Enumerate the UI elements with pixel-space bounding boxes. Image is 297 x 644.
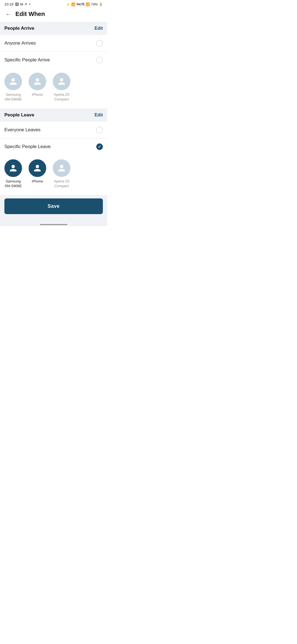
arrive-device-3[interactable]: Xperia Z5Compact xyxy=(53,73,70,102)
home-bar xyxy=(40,224,67,225)
specific-people-leave-label: Specific People Leave xyxy=(4,144,51,149)
specific-people-arrive-item: Specific People Arrive xyxy=(0,52,107,68)
leave-avatar-2 xyxy=(29,159,46,177)
person-icon-leave-2 xyxy=(33,164,42,172)
people-leave-avatars: SamsungSM-S906E iPhone Xperia Z5Compact xyxy=(0,155,107,195)
battery-icon: 🔋 xyxy=(99,2,103,6)
bluetooth-icon: ⚡ xyxy=(66,2,70,6)
back-button[interactable]: ← xyxy=(4,10,12,18)
status-right: ⚡ 📶 VoLTE 📶 74% 🔋 xyxy=(66,2,103,6)
everyone-leaves-label: Everyone Leaves xyxy=(4,127,40,133)
leave-device-label-2: iPhone xyxy=(32,179,43,184)
top-nav: ← Edit When xyxy=(0,7,107,22)
signal-icon: ✗ xyxy=(25,2,27,6)
anyone-arrives-radio[interactable] xyxy=(96,40,103,47)
specific-people-arrive-radio[interactable] xyxy=(96,57,103,63)
time: 10:19 xyxy=(4,2,13,6)
dot-icon: • xyxy=(29,2,30,6)
person-icon-3 xyxy=(57,77,66,86)
save-button[interactable]: Save xyxy=(4,198,103,214)
person-icon-leave-3 xyxy=(57,164,66,172)
lte-label: VoLTE xyxy=(76,3,85,6)
status-left: 10:19 🖼 M ✗ • xyxy=(4,2,30,6)
arrive-avatar-3 xyxy=(53,73,70,90)
people-leave-title: People Leave xyxy=(4,112,34,118)
leave-avatar-3 xyxy=(53,159,70,177)
everyone-leaves-item: Everyone Leaves xyxy=(0,122,107,138)
arrive-device-label-2: iPhone xyxy=(32,92,43,97)
arrive-avatar-2 xyxy=(29,73,46,90)
everyone-leaves-radio[interactable] xyxy=(96,127,103,133)
arrive-device-2[interactable]: iPhone xyxy=(29,73,46,102)
anyone-arrives-label: Anyone Arrives xyxy=(4,40,36,46)
people-leave-header: People Leave Edit xyxy=(0,108,107,122)
leave-device-3[interactable]: Xperia Z5Compact xyxy=(53,159,70,189)
people-arrive-header: People Arrive Edit xyxy=(0,22,107,35)
anyone-arrives-item: Anyone Arrives xyxy=(0,35,107,52)
specific-people-leave-item: Specific People Leave xyxy=(0,138,107,155)
person-icon-leave-1 xyxy=(9,164,17,172)
leave-avatar-1 xyxy=(4,159,22,177)
arrive-avatar-1 xyxy=(4,73,22,90)
person-icon-1 xyxy=(9,77,17,86)
people-arrive-avatars: SamsungSM-S906E iPhone Xperia Z5Compact xyxy=(0,68,107,108)
home-indicator xyxy=(0,222,107,226)
leave-device-2[interactable]: iPhone xyxy=(29,159,46,189)
specific-people-leave-radio[interactable] xyxy=(96,143,103,150)
specific-people-arrive-label: Specific People Arrive xyxy=(4,57,50,63)
arrive-device-1[interactable]: SamsungSM-S906E xyxy=(4,73,22,102)
signal-bars-icon: 📶 xyxy=(86,2,90,6)
people-arrive-edit-button[interactable]: Edit xyxy=(95,26,103,31)
arrive-device-label-3: Xperia Z5Compact xyxy=(54,92,69,102)
battery-percent: 74% xyxy=(91,2,98,6)
wifi-icon: 📶 xyxy=(71,2,75,6)
leave-device-label-3: Xperia Z5Compact xyxy=(54,179,69,189)
leave-device-label-1: SamsungSM-S906E xyxy=(5,179,22,189)
back-arrow-icon: ← xyxy=(6,11,11,17)
arrive-device-label-1: SamsungSM-S906E xyxy=(5,92,22,102)
people-arrive-title: People Arrive xyxy=(4,26,34,31)
leave-device-1[interactable]: SamsungSM-S906E xyxy=(4,159,22,189)
gallery-icon: 🖼 xyxy=(15,2,19,6)
mail-icon: M xyxy=(20,2,23,6)
person-icon-2 xyxy=(33,77,42,86)
status-bar: 10:19 🖼 M ✗ • ⚡ 📶 VoLTE 📶 74% 🔋 xyxy=(0,0,107,7)
save-bar: Save xyxy=(0,195,107,222)
people-leave-edit-button[interactable]: Edit xyxy=(95,113,103,118)
page-title: Edit When xyxy=(15,10,45,18)
